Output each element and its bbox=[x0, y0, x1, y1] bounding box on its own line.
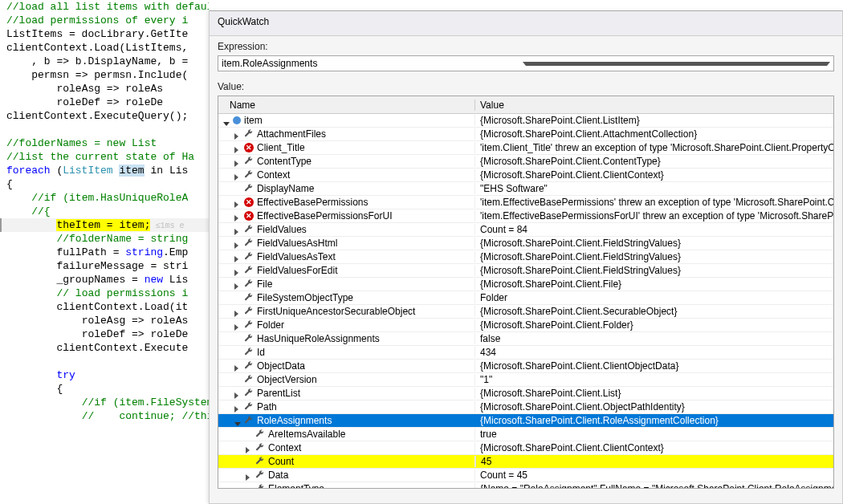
code-line[interactable]: // continue; //thi bbox=[6, 409, 209, 423]
watch-row[interactable]: Context{Microsoft.SharePoint.Client.Clie… bbox=[218, 169, 833, 182]
expander-icon[interactable] bbox=[234, 363, 242, 370]
code-line[interactable]: clientContext.Load(it bbox=[6, 300, 209, 314]
watch-row[interactable]: FieldValuesForEdit{Microsoft.SharePoint.… bbox=[218, 264, 833, 278]
expression-value[interactable]: item.RoleAssignments bbox=[222, 58, 523, 69]
watch-row[interactable]: Folder{Microsoft.SharePoint.Client.Folde… bbox=[218, 319, 833, 332]
expander-icon[interactable] bbox=[234, 335, 242, 343]
expander-icon[interactable] bbox=[246, 458, 253, 465]
code-line[interactable]: { bbox=[6, 177, 209, 191]
code-line[interactable]: //load all list items with default prope… bbox=[6, 0, 209, 14]
code-line[interactable]: roleDef => roleDe bbox=[6, 327, 209, 341]
code-editor[interactable]: //load all list items with default prope… bbox=[0, 0, 209, 504]
watch-row[interactable]: FieldValuesAsHtml{Microsoft.SharePoint.C… bbox=[218, 237, 833, 250]
watch-row[interactable]: FileSystemObjectTypeFolder bbox=[218, 291, 833, 305]
watch-row[interactable]: FieldValuesCount = 84 bbox=[218, 223, 833, 237]
expander-icon[interactable] bbox=[234, 267, 242, 274]
watch-row[interactable]: Context{Microsoft.SharePoint.Client.Clie… bbox=[218, 441, 833, 455]
expander-icon[interactable] bbox=[234, 322, 242, 329]
watch-row[interactable]: ✕EffectiveBasePermissionsForUI'item.Effe… bbox=[218, 209, 833, 223]
expander-icon[interactable] bbox=[234, 240, 242, 247]
wrench-icon bbox=[244, 402, 254, 412]
watch-row[interactable]: item{Microsoft.SharePoint.Client.ListIte… bbox=[218, 114, 833, 128]
expander-icon[interactable] bbox=[234, 295, 242, 302]
expander-icon[interactable] bbox=[234, 390, 242, 397]
expander-icon[interactable] bbox=[234, 199, 242, 206]
code-line[interactable]: try bbox=[6, 368, 209, 382]
watch-row[interactable]: ✕Client_Title'item.Client_Title' threw a… bbox=[218, 141, 833, 155]
watch-row[interactable]: FirstUniqueAncestorSecurableObject{Micro… bbox=[218, 305, 833, 319]
code-line[interactable]: clientContext.Load(ListItems, bbox=[6, 41, 209, 55]
code-line[interactable] bbox=[6, 355, 209, 368]
watch-row[interactable]: File{Microsoft.SharePoint.Client.File} bbox=[218, 278, 833, 291]
code-line[interactable] bbox=[6, 123, 209, 136]
quickwatch-window: QuickWatch Expression: item.RoleAssignme… bbox=[209, 10, 843, 504]
watch-row[interactable]: ParentList{Microsoft.SharePoint.Client.L… bbox=[218, 387, 833, 400]
code-line[interactable]: //{ bbox=[6, 205, 209, 218]
code-line[interactable]: //if (item.FileSystem bbox=[6, 396, 209, 409]
watch-row[interactable]: Count45 bbox=[218, 455, 833, 469]
row-value: 'item.Client_Title' threw an exception o… bbox=[475, 142, 833, 153]
code-line[interactable]: clientContext.ExecuteQuery(); bbox=[6, 109, 209, 123]
col-name-header[interactable]: Name bbox=[218, 100, 475, 111]
code-line[interactable]: permsn => permsn.Include( bbox=[6, 68, 209, 82]
row-name: Folder bbox=[257, 319, 284, 331]
expander-icon[interactable] bbox=[246, 445, 253, 452]
row-value: {Microsoft.SharePoint.Client.ContentType… bbox=[475, 156, 833, 167]
expander-icon[interactable] bbox=[234, 404, 242, 411]
expander-icon[interactable] bbox=[234, 281, 242, 288]
expander-icon[interactable] bbox=[234, 144, 242, 152]
watch-row[interactable]: ✕EffectiveBasePermissions'item.Effective… bbox=[218, 196, 833, 209]
expander-icon[interactable] bbox=[234, 158, 242, 165]
expander-icon[interactable] bbox=[234, 131, 242, 138]
watch-row[interactable]: RoleAssignments{Microsoft.SharePoint.Cli… bbox=[218, 414, 833, 428]
expression-input[interactable]: item.RoleAssignments bbox=[218, 55, 834, 71]
code-line[interactable]: roleDef => roleDe bbox=[6, 96, 209, 109]
code-line[interactable]: foreach (ListItem item in Lis bbox=[6, 164, 209, 177]
expander-icon[interactable] bbox=[234, 376, 242, 384]
watch-row[interactable]: HasUniqueRoleAssignmentsfalse bbox=[218, 332, 833, 346]
expander-icon[interactable] bbox=[223, 117, 230, 124]
col-value-header[interactable]: Value bbox=[475, 100, 833, 111]
code-line[interactable]: theItem = item; ≤1ms e bbox=[0, 218, 209, 232]
watch-row[interactable]: ElementType{Name = "RoleAssignment" Full… bbox=[218, 482, 833, 489]
code-line[interactable]: //folderName = string bbox=[6, 232, 209, 246]
expander-icon[interactable] bbox=[246, 486, 253, 490]
code-line[interactable]: // load permissions i bbox=[6, 287, 209, 300]
code-line[interactable]: _groupNames = new Lis bbox=[6, 273, 209, 287]
expander-icon[interactable] bbox=[234, 226, 242, 234]
expander-icon[interactable] bbox=[246, 472, 253, 479]
expander-icon[interactable] bbox=[234, 417, 242, 425]
code-line[interactable]: , b => b.DisplayName, b = bbox=[6, 55, 209, 68]
code-line[interactable]: roleAsg => roleAs bbox=[6, 82, 209, 96]
watch-row[interactable]: ContentType{Microsoft.SharePoint.Client.… bbox=[218, 155, 833, 169]
code-line[interactable]: //if (item.HasUniqueRoleA bbox=[6, 191, 209, 205]
code-line[interactable]: roleAsg => roleAs bbox=[6, 314, 209, 327]
watch-row[interactable]: ObjectVersion"1" bbox=[218, 373, 833, 387]
watch-row[interactable]: DisplayName"EHS Software" bbox=[218, 182, 833, 196]
expander-icon[interactable] bbox=[246, 431, 253, 438]
code-line[interactable]: //list the current state of Ha bbox=[6, 150, 209, 164]
code-line[interactable]: ListItems = docLibrary.GetIte bbox=[6, 27, 209, 41]
code-line[interactable]: failureMessage = stri bbox=[6, 259, 209, 273]
watch-row[interactable]: DataCount = 45 bbox=[218, 469, 833, 482]
watch-row[interactable]: Id434 bbox=[218, 346, 833, 360]
watch-row[interactable]: AttachmentFiles{Microsoft.SharePoint.Cli… bbox=[218, 128, 833, 141]
code-line[interactable]: //folderNames = new List bbox=[6, 136, 209, 150]
expander-icon[interactable] bbox=[234, 308, 242, 315]
expander-icon[interactable] bbox=[234, 172, 242, 179]
watch-row[interactable]: FieldValuesAsText{Microsoft.SharePoint.C… bbox=[218, 250, 833, 264]
row-name: FirstUniqueAncestorSecurableObject bbox=[257, 306, 415, 317]
row-name: Client_Title bbox=[257, 142, 305, 153]
code-line[interactable]: { bbox=[6, 382, 209, 396]
watch-row[interactable]: ObjectData{Microsoft.SharePoint.Client.C… bbox=[218, 360, 833, 373]
code-line[interactable]: clientContext.Execute bbox=[6, 341, 209, 355]
code-line[interactable]: fullPath = string.Emp bbox=[6, 246, 209, 259]
code-line[interactable]: //load permissions of every i bbox=[6, 14, 209, 27]
expander-icon[interactable] bbox=[234, 185, 242, 193]
expander-icon[interactable] bbox=[234, 254, 242, 261]
watch-row[interactable]: Path{Microsoft.SharePoint.Client.ObjectP… bbox=[218, 400, 833, 414]
expander-icon[interactable] bbox=[234, 349, 242, 356]
watch-row[interactable]: AreItemsAvailabletrue bbox=[218, 428, 833, 441]
expander-icon[interactable] bbox=[234, 213, 242, 220]
dropdown-icon[interactable] bbox=[523, 62, 830, 66]
